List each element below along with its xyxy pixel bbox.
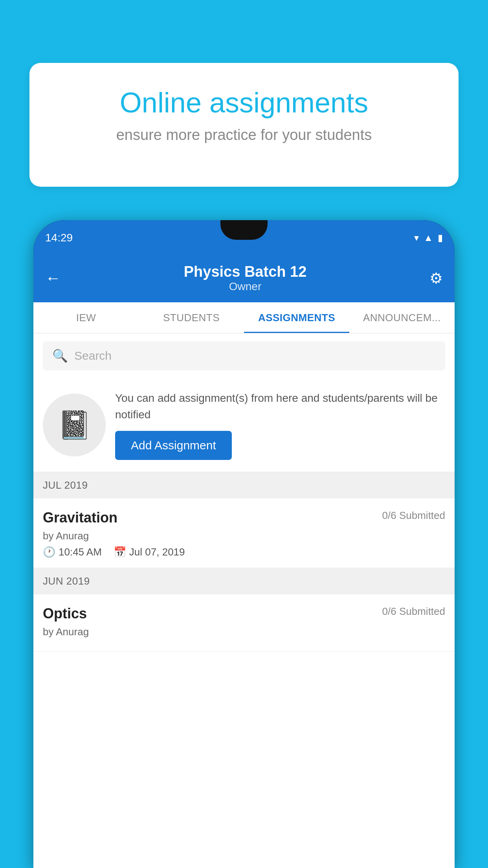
batch-subtitle: Owner [184, 280, 307, 293]
header-title-block: Physics Batch 12 Owner [184, 263, 307, 293]
promo-card: 📓 You can add assignment(s) from here an… [33, 378, 455, 472]
status-time: 14:29 [45, 232, 73, 244]
tab-iew[interactable]: IEW [33, 302, 139, 333]
promo-description: You can add assignment(s) from here and … [115, 390, 445, 423]
assignment-item-gravitation[interactable]: Gravitation 0/6 Submitted by Anurag 🕐 10… [33, 498, 455, 568]
add-assignment-button[interactable]: Add Assignment [115, 431, 232, 460]
back-button[interactable]: ← [45, 269, 61, 287]
section-header-jun: JUN 2019 [33, 568, 455, 594]
settings-icon[interactable]: ⚙ [429, 270, 443, 287]
submitted-count-optics: 0/6 Submitted [382, 605, 445, 618]
phone-notch [220, 220, 268, 240]
assignment-title-gravitation: Gravitation [43, 509, 117, 526]
search-bar[interactable]: 🔍 Search [43, 341, 445, 370]
assignment-meta-gravitation: 🕐 10:45 AM 📅 Jul 07, 2019 [43, 546, 445, 558]
assignment-author-gravitation: by Anurag [43, 530, 445, 542]
assignment-title-optics: Optics [43, 605, 87, 622]
search-bar-wrapper: 🔍 Search [33, 333, 455, 378]
assignment-time-gravitation: 🕐 10:45 AM [43, 546, 102, 558]
promo-text-block: You can add assignment(s) from here and … [115, 390, 445, 460]
assignment-item-optics[interactable]: Optics 0/6 Submitted by Anurag [33, 594, 455, 652]
phone-content: 🔍 Search 📓 You can add assignment(s) fro… [33, 333, 455, 868]
submitted-count-gravitation: 0/6 Submitted [382, 509, 445, 522]
assignment-author-optics: by Anurag [43, 626, 445, 638]
speech-bubble-container: Online assignments ensure more practice … [29, 63, 459, 187]
signal-icon: ▲ [424, 232, 433, 243]
battery-icon: ▮ [438, 232, 443, 243]
time-value: 10:45 AM [59, 546, 102, 558]
search-placeholder: Search [74, 349, 112, 362]
section-header-jul: JUL 2019 [33, 472, 455, 498]
wifi-icon: ▾ [414, 232, 419, 243]
tab-announcements[interactable]: ANNOUNCEM... [349, 302, 455, 333]
bubble-subtitle: ensure more practice for your students [61, 127, 427, 143]
batch-title: Physics Batch 12 [184, 263, 307, 280]
app-header: ← Physics Batch 12 Owner ⚙ [33, 256, 455, 302]
tab-students[interactable]: STUDENTS [139, 302, 244, 333]
phone-frame: 14:29 ▾ ▲ ▮ ← Physics Batch 12 Owner ⚙ I… [33, 220, 455, 868]
tab-assignments[interactable]: ASSIGNMENTS [244, 302, 349, 333]
assignment-date-gravitation: 📅 Jul 07, 2019 [114, 546, 185, 558]
tabs-bar: IEW STUDENTS ASSIGNMENTS ANNOUNCEM... [33, 302, 455, 333]
bubble-title: Online assignments [61, 86, 427, 119]
status-bar: 14:29 ▾ ▲ ▮ [33, 220, 455, 256]
date-value: Jul 07, 2019 [129, 546, 185, 558]
assignment-item-header-optics: Optics 0/6 Submitted [43, 605, 445, 622]
assignment-item-header: Gravitation 0/6 Submitted [43, 509, 445, 526]
search-icon: 🔍 [52, 348, 68, 363]
clock-icon: 🕐 [43, 546, 55, 558]
status-icons: ▾ ▲ ▮ [414, 232, 443, 243]
calendar-icon: 📅 [114, 546, 126, 558]
promo-icon-circle: 📓 [43, 394, 106, 456]
speech-bubble: Online assignments ensure more practice … [29, 63, 459, 187]
notebook-icon: 📓 [57, 409, 92, 441]
